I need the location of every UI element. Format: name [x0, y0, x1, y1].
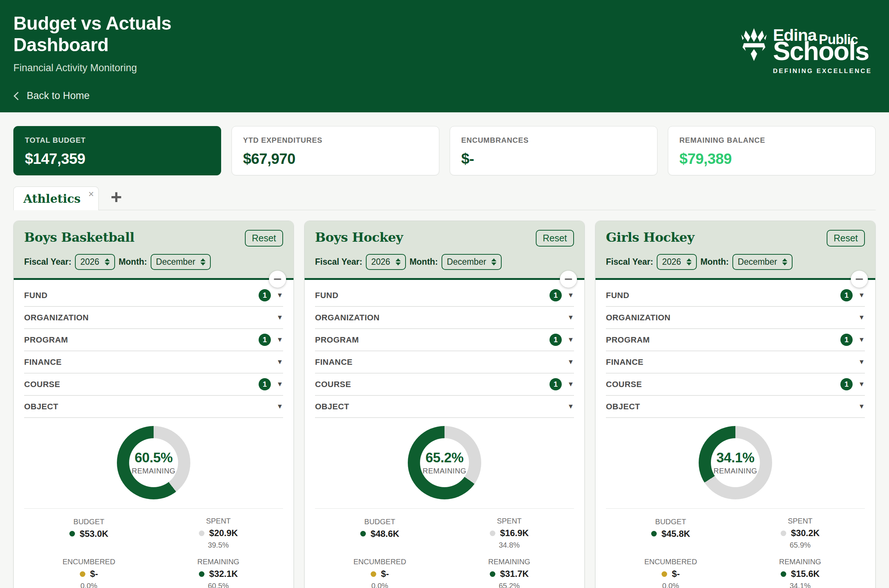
encumbered-dot-icon [80, 572, 85, 577]
budget-dot-icon [360, 531, 366, 537]
page-title: Budget vs Actuals Dashboard [14, 13, 206, 56]
filter-object[interactable]: OBJECT ▼ [606, 396, 865, 418]
add-tab-button[interactable]: + [108, 187, 124, 207]
stat-budget: BUDGET $48.6K [360, 518, 399, 549]
fiscal-year-value: 2026 [662, 257, 681, 267]
chevron-down-icon: ▼ [277, 403, 283, 410]
month-value: December [156, 257, 195, 267]
chevron-down-icon: ▼ [858, 336, 865, 344]
filter-program[interactable]: PROGRAM 1▼ [315, 329, 574, 351]
filter-badge: 1 [549, 378, 562, 390]
filter-course[interactable]: COURSE 1▼ [24, 374, 283, 396]
panel-title: Boys Basketball [24, 230, 134, 245]
fiscal-year-select[interactable]: 2026 [366, 254, 406, 270]
filter-label: PROGRAM [606, 335, 650, 345]
filter-program[interactable]: PROGRAM 1▼ [606, 329, 865, 351]
filter-organization[interactable]: ORGANIZATION ▼ [606, 307, 865, 329]
remaining-dot-icon [199, 572, 205, 577]
filter-organization[interactable]: ORGANIZATION ▼ [24, 307, 283, 329]
filter-finance[interactable]: FINANCE ▼ [606, 351, 865, 374]
stat-remaining: REMAINING $31.7K 65.2% [488, 558, 530, 588]
chevron-down-icon: ▼ [277, 358, 283, 366]
card-label: YTD EXPENDITURES [243, 136, 428, 145]
filter-fund[interactable]: FUND 1▼ [24, 284, 283, 307]
collapse-button[interactable] [269, 271, 286, 288]
filter-object[interactable]: OBJECT ▼ [315, 396, 574, 418]
month-label: Month: [119, 257, 147, 267]
encumbered-dot-icon [662, 572, 667, 577]
panel-divider [14, 278, 293, 280]
filter-course[interactable]: COURSE 1▼ [606, 374, 865, 396]
filter-label: FUND [24, 291, 48, 300]
stats-grid: BUDGET $48.6K SPENT $16.9K 34.8% ENCUMBE… [315, 508, 574, 588]
logo-public: Public [819, 33, 858, 46]
month-select[interactable]: December [733, 254, 793, 270]
reset-button[interactable]: Reset [245, 230, 283, 246]
panel-title: Boys Hockey [315, 230, 403, 245]
reset-button[interactable]: Reset [536, 230, 574, 246]
stat-encumbered: ENCUMBERED $- 0.0% [62, 558, 115, 588]
card-label: TOTAL BUDGET [25, 136, 210, 145]
remaining-dot-icon [490, 572, 495, 577]
filter-program[interactable]: PROGRAM 1▼ [24, 329, 283, 351]
filter-badge: 1 [549, 289, 562, 302]
filter-label: OBJECT [606, 402, 640, 411]
minus-icon [565, 278, 572, 280]
card-remaining-balance: REMAINING BALANCE $79,389 [668, 126, 875, 176]
month-select[interactable]: December [442, 254, 502, 270]
chevron-down-icon: ▼ [858, 291, 865, 299]
month-select[interactable]: December [150, 254, 211, 270]
card-value: $67,970 [243, 150, 428, 167]
donut-percent: 60.5% [135, 450, 173, 466]
card-encumbrances: ENCUMBRANCES $- [450, 126, 657, 176]
filter-object[interactable]: OBJECT ▼ [24, 396, 283, 418]
fiscal-year-value: 2026 [80, 257, 99, 267]
collapse-button[interactable] [560, 271, 577, 288]
card-label: REMAINING BALANCE [679, 136, 864, 145]
card-value: $79,389 [679, 150, 864, 167]
filter-finance[interactable]: FINANCE ▼ [24, 351, 283, 374]
chevron-down-icon: ▼ [858, 314, 865, 321]
filter-organization[interactable]: ORGANIZATION ▼ [315, 307, 574, 329]
logo-tagline: DEFINING EXCELLENCE [773, 68, 872, 74]
filter-label: OBJECT [24, 402, 58, 411]
month-label: Month: [701, 257, 729, 267]
chevron-down-icon: ▼ [567, 336, 574, 344]
budget-dot-icon [69, 531, 75, 537]
donut-chart: 34.1% REMAINING [606, 426, 865, 500]
minus-icon [274, 278, 281, 280]
filter-course[interactable]: COURSE 1▼ [315, 374, 574, 396]
filter-label: COURSE [606, 380, 642, 389]
spent-dot-icon [490, 531, 495, 536]
filter-label: ORGANIZATION [315, 313, 379, 322]
filter-fund[interactable]: FUND 1▼ [606, 284, 865, 307]
filter-label: FINANCE [315, 357, 352, 367]
encumbered-dot-icon [371, 572, 376, 577]
fiscal-year-select[interactable]: 2026 [657, 254, 696, 270]
stats-grid: BUDGET $45.8K SPENT $30.2K 65.9% ENCUMBE… [606, 508, 865, 588]
fiscal-year-select[interactable]: 2026 [75, 254, 115, 270]
chevron-down-icon: ▼ [567, 358, 574, 366]
stat-budget: BUDGET $45.8K [651, 518, 690, 549]
stat-remaining: REMAINING $15.6K 34.1% [779, 558, 821, 588]
reset-button[interactable]: Reset [827, 230, 865, 246]
collapse-button[interactable] [851, 271, 868, 288]
summary-cards: TOTAL BUDGET $147,359 YTD EXPENDITURES $… [14, 126, 875, 176]
filter-badge: 1 [549, 334, 562, 346]
chevron-left-icon [14, 92, 22, 100]
back-to-home-link[interactable]: Back to Home [14, 90, 90, 102]
filter-fund[interactable]: FUND 1▼ [315, 284, 574, 307]
select-arrows-icon [105, 258, 110, 266]
fiscal-year-label: Fiscal Year: [315, 257, 362, 267]
stat-spent: SPENT $20.9K 39.5% [199, 517, 238, 549]
panel-title: Girls Hockey [606, 230, 694, 245]
close-icon[interactable]: × [88, 189, 94, 199]
stat-remaining: REMAINING $32.1K 60.5% [197, 558, 239, 588]
filter-label: PROGRAM [315, 335, 359, 345]
donut-remaining-label: REMAINING [423, 467, 466, 475]
select-arrows-icon [782, 258, 787, 266]
tab-athletics[interactable]: Athletics × [14, 186, 99, 210]
filter-finance[interactable]: FINANCE ▼ [315, 351, 574, 374]
filter-label: COURSE [24, 380, 60, 389]
chevron-down-icon: ▼ [567, 403, 574, 410]
